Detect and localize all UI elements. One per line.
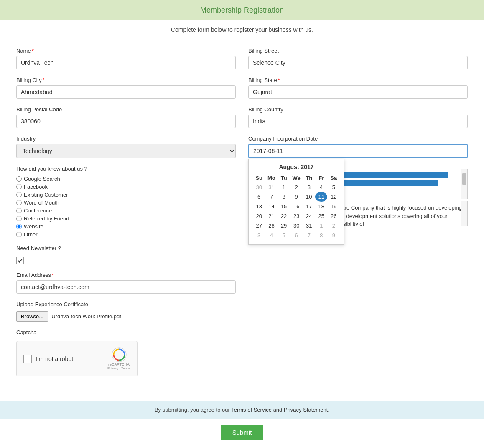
calendar-day[interactable]: 27 [253,221,265,230]
email-group: Email Address* [16,272,236,294]
how-radio-group: Google SearchFacebookExisting CustomerWo… [16,176,236,238]
captcha-left: I'm not a robot [23,355,73,363]
calendar-day[interactable]: 20 [253,211,265,221]
calendar-day[interactable]: 29 [278,221,290,230]
how-radio-option[interactable]: Facebook [16,184,236,190]
submit-button[interactable]: Submit [221,425,264,440]
privacy-link[interactable]: Privacy Statement [284,407,328,413]
page-subtitle: Complete form below to register your bus… [0,20,484,39]
company-date-input[interactable] [248,144,468,158]
calendar-day[interactable]: 17 [303,202,315,211]
billing-street-label: Billing Street [248,48,468,54]
calendar-day[interactable]: 18 [315,202,327,211]
billing-postal-group: Billing Postal Code [16,106,236,128]
newsletter-label: Need Newsletter ? [16,245,236,251]
checkmark-icon [18,258,23,263]
billing-country-group: Billing Country [248,106,468,128]
calendar-day[interactable]: 26 [327,211,340,221]
calendar-day[interactable]: 23 [290,211,303,221]
browse-button[interactable]: Browse... [16,311,48,322]
footer-bar: By submitting, you agree to our Terms of… [0,401,484,419]
calendar-day[interactable]: 10 [303,192,315,202]
page-title: Membership Registration [6,6,478,15]
billing-city-group: Billing City* [16,77,236,99]
calendar-day[interactable]: 21 [265,211,278,221]
captcha-checkbox[interactable] [23,355,32,363]
calendar-day-header: Th [303,174,315,182]
calendar-day[interactable]: 8 [315,230,327,240]
recaptcha-logo [112,347,127,362]
calendar-day[interactable]: 30 [290,221,303,230]
calendar-day[interactable]: 19 [327,202,340,211]
captcha-box: I'm not a robot reCAPTCHA Privacy - Term… [16,341,138,376]
calendar-day[interactable]: 28 [265,221,278,230]
terms-link[interactable]: Terms of Service [231,407,272,413]
calendar-day[interactable]: 4 [265,230,278,240]
calendar-day[interactable]: 9 [327,230,340,240]
calendar-day[interactable]: 1 [315,221,327,230]
calendar-day[interactable]: 24 [303,211,315,221]
calendar-day-header: Su [253,174,265,182]
billing-city-input[interactable] [16,85,236,99]
company-date-label: Company Incorporation Date [248,136,468,142]
calendar-day[interactable]: 7 [303,230,315,240]
calendar-day[interactable]: 3 [253,230,265,240]
calendar-day-header: Sa [327,174,340,182]
how-radio-option[interactable]: Conference [16,207,236,214]
how-radio-option[interactable]: Referred by Friend [16,215,236,222]
how-group: How did you know about us ? Google Searc… [16,166,236,238]
calendar-table: SuMoTuWeThFrSa 3031123456789101112131415… [253,174,340,240]
name-group: Name* [16,48,236,69]
billing-street-group: Billing Street [248,48,468,69]
desc-right-scrollbar[interactable] [461,201,467,226]
calendar-day[interactable]: 2 [327,221,340,230]
billing-street-input[interactable] [248,56,468,69]
name-input[interactable] [16,56,236,69]
billing-country-input[interactable] [248,115,468,128]
calendar-day[interactable]: 6 [253,192,265,202]
how-radio-option[interactable]: Existing Customer [16,192,236,198]
captcha-label: Captcha [16,329,236,335]
calendar-day[interactable]: 8 [278,192,290,202]
calendar-day-header: We [290,174,303,182]
calendar-day[interactable]: 11 [315,192,327,202]
newsletter-checkbox[interactable] [16,257,24,264]
calendar-day[interactable]: 2 [290,182,303,192]
spacer-right [248,245,468,264]
calendar-day[interactable]: 4 [315,182,327,192]
calendar-day[interactable]: 16 [290,202,303,211]
calendar-day[interactable]: 7 [265,192,278,202]
email-label: Email Address* [16,272,236,278]
calendar-day[interactable]: 14 [265,202,278,211]
calendar-day[interactable]: 5 [327,182,340,192]
billing-city-label: Billing City* [16,77,236,83]
billing-state-input[interactable] [248,85,468,99]
calendar-day[interactable]: 1 [278,182,290,192]
calendar-day[interactable]: 9 [290,192,303,202]
description-scrollbar[interactable] [461,169,467,199]
industry-select[interactable]: Technology Finance Healthcare Education … [16,144,236,158]
how-radio-option[interactable]: Website [16,223,236,230]
how-radio-option[interactable]: Word of Mouth [16,200,236,206]
calendar-day[interactable]: 15 [278,202,290,211]
billing-state-group: Billing State* [248,77,468,99]
email-input[interactable] [16,280,236,294]
calendar-day[interactable]: 30 [253,182,265,192]
captcha-right: reCAPTCHA Privacy - Terms [107,347,130,370]
page-header: Membership Registration [0,0,484,20]
how-radio-option[interactable]: Other [16,231,236,238]
calendar-day[interactable]: 5 [278,230,290,240]
captcha-links: Privacy - Terms [107,366,130,370]
calendar-day[interactable]: 12 [327,192,340,202]
calendar-day[interactable]: 13 [253,202,265,211]
calendar-day[interactable]: 3 [303,182,315,192]
calendar-day[interactable]: 25 [315,211,327,221]
calendar-day[interactable]: 31 [265,182,278,192]
calendar-day[interactable]: 22 [278,211,290,221]
industry-group: Industry Technology Finance Healthcare E… [16,136,236,158]
how-radio-option[interactable]: Google Search [16,176,236,182]
calendar-day[interactable]: 6 [290,230,303,240]
calendar-day[interactable]: 31 [303,221,315,230]
billing-postal-input[interactable] [16,115,236,128]
captcha-group: Captcha I'm not a robot reCAPTCHA [16,329,236,376]
